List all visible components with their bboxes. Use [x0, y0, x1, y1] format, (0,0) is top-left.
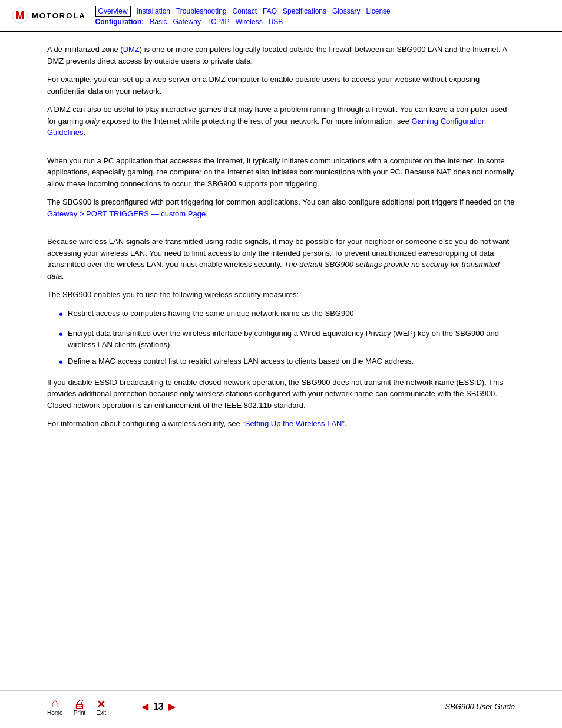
wireless-default-italic: The default SBG900 settings provide no s… [47, 260, 500, 281]
nav-config-gateway[interactable]: Gateway [173, 18, 201, 26]
wireless-security-bullets: • Restrict access to computers having th… [59, 308, 515, 371]
wireless-security-section: Because wireless LAN signals are transmi… [47, 236, 515, 430]
motorola-wordmark: MOTOROLA [32, 11, 86, 20]
main-content: A de-militarized zone (DMZ) is one or mo… [0, 32, 562, 458]
page-number: 13 [153, 701, 164, 712]
nav-row-config: Configuration: Basic Gateway TCP/IP Wire… [95, 18, 550, 26]
nav-faq[interactable]: FAQ [263, 7, 277, 15]
logo-area: M MOTOROLA [12, 7, 86, 24]
nav-specifications[interactable]: Specifications [283, 7, 326, 15]
gaming-config-link[interactable]: Gaming Configuration Guidelines [47, 117, 486, 137]
bullet-dot-3: • [59, 353, 63, 371]
gateway-port-triggers-link[interactable]: Gateway > PORT TRIGGERS — custom Page [47, 209, 206, 218]
home-button[interactable]: ⌂ Home [47, 697, 63, 716]
print-button[interactable]: 🖨 Print [74, 698, 86, 716]
page-navigation: ◀ 13 ▶ [141, 701, 176, 712]
next-page-button[interactable]: ▶ [168, 701, 176, 712]
home-icon: ⌂ [51, 697, 59, 710]
bullet-text-1: Restrict access to computers having the … [68, 308, 354, 319]
port-triggering-paragraph-1: When you run a PC application that acces… [47, 155, 515, 190]
wireless-security-paragraph-3: If you disable ESSID broadcasting to ena… [47, 377, 515, 411]
exit-icon: ✕ [97, 699, 105, 710]
bullet-text-3: Define a MAC access control list to rest… [68, 355, 414, 367]
only-italic: only [85, 117, 100, 126]
nav-contact[interactable]: Contact [233, 7, 257, 15]
port-triggering-section: When you run a PC application that acces… [47, 155, 515, 220]
nav-config-basic[interactable]: Basic [150, 18, 167, 26]
bullet-item-3: • Define a MAC access control list to re… [59, 355, 515, 371]
dmz-link[interactable]: DMZ [123, 45, 140, 54]
motorola-logo-icon: M [12, 7, 28, 24]
nav-row-main: Overview Installation Troubleshooting Co… [95, 6, 550, 17]
footer-icons: ⌂ Home 🖨 Print ✕ Exit [47, 697, 106, 716]
nav-overview[interactable]: Overview [95, 6, 131, 17]
wireless-security-paragraph-4: For information about configuring a wire… [47, 418, 515, 430]
svg-text:M: M [16, 9, 25, 21]
dmz-paragraph-1: A de-militarized zone (DMZ) is one or mo… [47, 44, 515, 67]
nav-glossary[interactable]: Glossary [332, 7, 360, 15]
footer: ⌂ Home 🖨 Print ✕ Exit ◀ 13 ▶ SBG900 User… [0, 690, 562, 716]
nav-installation[interactable]: Installation [137, 7, 170, 15]
bullet-item-1: • Restrict access to computers having th… [59, 308, 515, 323]
home-label: Home [47, 710, 63, 716]
nav-troubleshooting[interactable]: Troubleshooting [176, 7, 227, 15]
port-triggering-paragraph-2: The SBG900 is preconfigured with port tr… [47, 196, 515, 219]
prev-page-button[interactable]: ◀ [141, 701, 148, 712]
nav-config-tcpip[interactable]: TCP/IP [207, 18, 230, 26]
exit-button[interactable]: ✕ Exit [96, 699, 106, 716]
nav-config-usb[interactable]: USB [269, 18, 283, 26]
bullet-item-2: • Encrypt data transmitted over the wire… [59, 328, 515, 351]
header: M MOTOROLA Overview Installation Trouble… [0, 0, 562, 32]
print-label: Print [74, 710, 86, 716]
wireless-security-paragraph-2: The SBG900 enables you to use the follow… [47, 289, 515, 301]
setting-up-wireless-lan-link[interactable]: Setting Up the Wireless LAN [245, 419, 342, 428]
dmz-paragraph-2: For example, you can set up a web server… [47, 74, 515, 97]
bullet-text-2: Encrypt data transmitted over the wirele… [68, 328, 515, 351]
wireless-security-paragraph-1: Because wireless LAN signals are transmi… [47, 236, 515, 282]
print-icon: 🖨 [74, 698, 85, 710]
exit-label: Exit [96, 710, 106, 716]
bullet-dot-2: • [59, 325, 63, 343]
config-label: Configuration: [95, 18, 144, 26]
bullet-dot-1: • [59, 305, 63, 323]
dmz-section: A de-militarized zone (DMZ) is one or mo… [47, 44, 515, 139]
nav-license[interactable]: License [366, 7, 390, 15]
footer-title: SBG900 User Guide [445, 702, 515, 711]
nav-area: Overview Installation Troubleshooting Co… [95, 6, 550, 27]
nav-config-wireless[interactable]: Wireless [236, 18, 263, 26]
dmz-paragraph-3: A DMZ can also be useful to play interac… [47, 104, 515, 139]
